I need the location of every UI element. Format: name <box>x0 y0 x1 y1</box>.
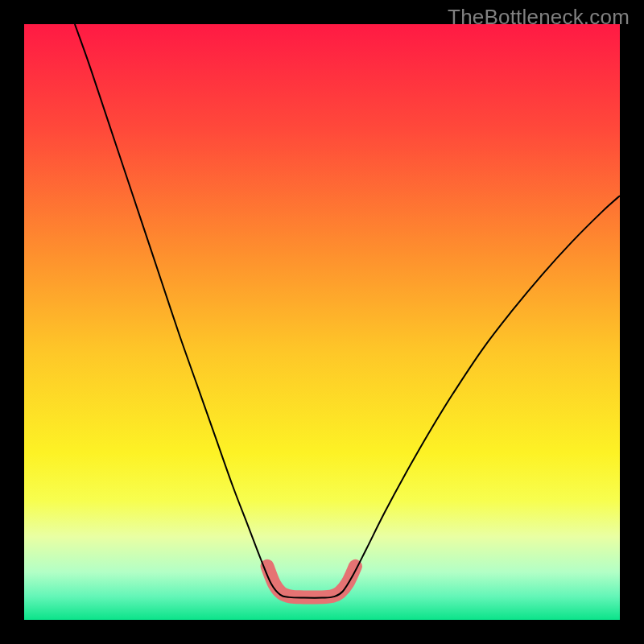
chart-frame: TheBottleneck.com <box>0 0 644 644</box>
chart-svg <box>24 24 620 620</box>
gradient-background <box>24 24 620 620</box>
plot-area <box>24 24 620 620</box>
watermark-text: TheBottleneck.com <box>448 5 630 30</box>
